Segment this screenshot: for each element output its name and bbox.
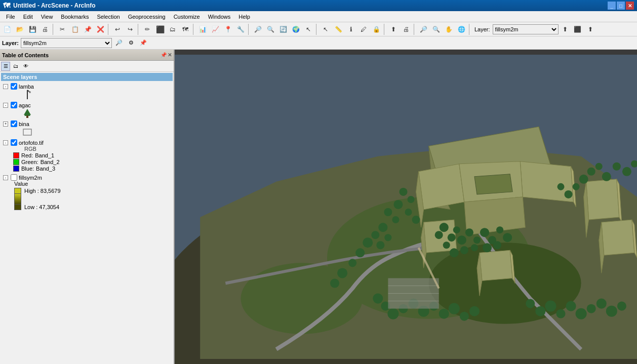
tb-print[interactable]: 🖨 <box>39 24 51 35</box>
toolbar-layer-select[interactable]: fillsym2m <box>493 24 559 34</box>
close-button[interactable]: ✕ <box>626 2 634 10</box>
svg-point-91 <box>535 306 545 316</box>
checkbox-bina[interactable] <box>11 120 17 127</box>
tb-zoom-in[interactable]: 🔎 <box>252 24 264 35</box>
tb-nav[interactable]: ↖ <box>302 24 314 35</box>
tb-layout[interactable]: 🗂 <box>167 24 179 35</box>
tb-rotate[interactable]: 🔄 <box>277 24 289 35</box>
expand-ortofoto[interactable]: - <box>3 140 8 145</box>
tb-magnify[interactable]: 🔍 <box>430 24 442 35</box>
tb-layer-btn2[interactable]: ⬛ <box>572 24 584 35</box>
svg-point-46 <box>337 268 347 278</box>
tb-find[interactable]: 🔎 <box>417 24 429 35</box>
tb-new[interactable]: 📄 <box>1 24 13 35</box>
menu-bookmarks[interactable]: Bookmarks <box>57 11 93 22</box>
minimize-button[interactable]: _ <box>608 2 616 10</box>
tb-info[interactable]: ℹ <box>345 24 357 35</box>
tb-world[interactable]: 🌐 <box>455 24 467 35</box>
maximize-button[interactable]: □ <box>617 2 625 10</box>
menu-geoprocessing[interactable]: Geoprocessing <box>124 11 170 22</box>
tb-tools2[interactable]: 📈 <box>209 24 221 35</box>
menu-selection[interactable]: Selection <box>93 11 124 22</box>
tb-open[interactable]: 📂 <box>14 24 26 35</box>
tb-redo[interactable]: ↪ <box>124 24 136 35</box>
expand-fillsym2m[interactable]: - <box>3 175 8 180</box>
tb-cursor[interactable]: ↖ <box>320 24 332 35</box>
toc-panel: Table of Contents 📌 ✕ ☰ 🗂 👁 Scene layers… <box>0 50 175 364</box>
map-area[interactable] <box>175 50 637 364</box>
svg-point-75 <box>460 246 468 254</box>
layer-row-ortofoto[interactable]: - ortofoto.tif <box>3 139 173 146</box>
checkbox-ortofoto[interactable] <box>11 139 17 146</box>
checkbox-fillsym2m[interactable] <box>11 174 17 181</box>
layer-bar-select[interactable]: fillsym2m <box>21 38 112 48</box>
layer-bar-search[interactable]: 🔎 <box>114 38 124 48</box>
title-bar: 🗺 Untitled - ArcScene - ArcInfo _ □ ✕ <box>0 0 637 11</box>
checkbox-lamba[interactable] <box>11 83 17 90</box>
svg-point-73 <box>443 241 450 249</box>
bina-symbol-container <box>11 127 173 137</box>
checkbox-agac[interactable] <box>11 102 17 108</box>
tb-measure[interactable]: 📏 <box>332 24 344 35</box>
toolbar-main: 📄 📂 💾 🖨 ✂ 📋 📌 ❌ ↩ ↪ ✏ ⬛ 🗂 🗺 📊 📈 📍 🔧 🔎 🔍 … <box>0 22 637 36</box>
svg-point-77 <box>483 243 492 252</box>
tb-tools1[interactable]: 📊 <box>196 24 209 35</box>
svg-point-50 <box>405 209 412 216</box>
menu-customize[interactable]: Customize <box>170 11 204 22</box>
menu-help[interactable]: Help <box>234 11 254 22</box>
tb-paste[interactable]: 📌 <box>82 24 94 35</box>
toc-pin[interactable]: 📌 <box>161 52 167 58</box>
tb-layer-btn1[interactable]: ⬆ <box>559 24 571 35</box>
expand-agac[interactable]: - <box>3 103 8 108</box>
tb-identify[interactable]: 🖊 <box>357 24 370 35</box>
svg-marker-16 <box>419 164 464 210</box>
band-row-red: Red: Band_1 <box>13 152 173 158</box>
toc-visibility-view[interactable]: 👁 <box>21 62 30 71</box>
svg-rect-6 <box>23 129 31 135</box>
tb-edit[interactable]: ✏ <box>141 24 153 35</box>
tb-cut[interactable]: ✂ <box>56 24 68 35</box>
tb-zoom-out[interactable]: 🔍 <box>264 24 276 35</box>
svg-point-44 <box>355 248 365 257</box>
toc-source-view[interactable]: 🗂 <box>11 62 20 71</box>
layer-bar-options[interactable]: ⚙ <box>126 38 136 48</box>
tb-select-feature[interactable]: 🔒 <box>370 24 382 35</box>
svg-point-76 <box>471 244 478 251</box>
svg-marker-25 <box>586 179 619 220</box>
layer-name-agac: agac <box>19 102 31 108</box>
svg-point-36 <box>399 188 407 196</box>
blue-band: Band_3 <box>36 166 55 172</box>
layer-name-fillsym2m: fillsym2m <box>19 175 42 181</box>
menu-view[interactable]: View <box>37 11 57 22</box>
lamba-symbol-container <box>11 90 173 100</box>
expand-bina[interactable]: + <box>3 122 8 127</box>
tb-save[interactable]: 💾 <box>26 24 38 35</box>
tb-tools3[interactable]: 📍 <box>222 24 234 35</box>
toc-close[interactable]: ✕ <box>168 52 172 58</box>
main-area: Table of Contents 📌 ✕ ☰ 🗂 👁 Scene layers… <box>0 50 637 364</box>
tb-print2[interactable]: 🖨 <box>400 24 412 35</box>
tb-tools4[interactable]: 🔧 <box>234 24 247 35</box>
tb-bookmark[interactable]: ⬆ <box>387 24 400 35</box>
layer-row-bina[interactable]: + bina <box>3 120 173 127</box>
svg-point-87 <box>449 303 460 314</box>
tb-delete[interactable]: ❌ <box>94 24 106 35</box>
tb-layer-btn3[interactable]: ⬆ <box>584 24 596 35</box>
layer-bar-pin[interactable]: 📌 <box>138 38 148 48</box>
tb-add-data[interactable]: ⬛ <box>154 24 166 35</box>
layer-row-fillsym2m[interactable]: - fillsym2m <box>3 174 173 181</box>
high-value: High : 83,5679 <box>24 188 61 194</box>
toc-title: Table of Contents <box>2 52 49 58</box>
tb-undo[interactable]: ↩ <box>111 24 124 35</box>
tb-globe[interactable]: 🌍 <box>290 24 302 35</box>
menu-windows[interactable]: Windows <box>204 11 235 22</box>
toc-list-view[interactable]: ☰ <box>1 62 10 71</box>
app-icon: 🗺 <box>3 2 10 10</box>
svg-point-41 <box>378 223 387 232</box>
expand-lamba[interactable]: - <box>3 84 8 89</box>
menu-file[interactable]: File <box>2 11 19 22</box>
tb-pan[interactable]: ✋ <box>443 24 455 35</box>
tb-copy[interactable]: 📋 <box>69 24 81 35</box>
tb-map[interactable]: 🗺 <box>179 24 191 35</box>
menu-edit[interactable]: Edit <box>19 11 37 22</box>
